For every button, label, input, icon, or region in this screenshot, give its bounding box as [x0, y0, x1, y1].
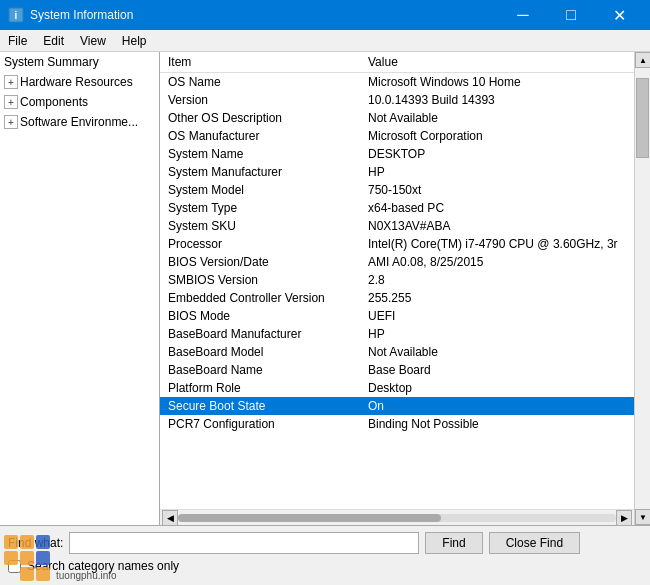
- table-row[interactable]: ProcessorIntel(R) Core(TM) i7-4790 CPU @…: [160, 235, 634, 253]
- cell-item: BaseBoard Model: [160, 343, 360, 361]
- table-row[interactable]: Other OS DescriptionNot Available: [160, 109, 634, 127]
- cell-value: Not Available: [360, 343, 634, 361]
- menu-bar: File Edit View Help: [0, 30, 650, 52]
- close-find-button[interactable]: Close Find: [489, 532, 580, 554]
- maximize-button[interactable]: □: [548, 0, 594, 30]
- scroll-up-btn[interactable]: ▲: [635, 52, 650, 68]
- table-row[interactable]: PCR7 ConfigurationBinding Not Possible: [160, 415, 634, 433]
- cell-item: OS Name: [160, 73, 360, 92]
- cell-item: PCR7 Configuration: [160, 415, 360, 433]
- find-input[interactable]: [69, 532, 419, 554]
- watermark-logo-squares: [0, 531, 54, 585]
- svg-text:i: i: [15, 10, 18, 21]
- table-row[interactable]: System Model750-150xt: [160, 181, 634, 199]
- cell-value: Base Board: [360, 361, 634, 379]
- menu-view[interactable]: View: [72, 30, 114, 51]
- cell-value: Microsoft Corporation: [360, 127, 634, 145]
- cell-item: Processor: [160, 235, 360, 253]
- cell-value: DESKTOP: [360, 145, 634, 163]
- sidebar-item-software-environment[interactable]: + Software Environme...: [0, 112, 159, 132]
- table-row[interactable]: System SKUN0X13AV#ABA: [160, 217, 634, 235]
- scroll-down-btn[interactable]: ▼: [635, 509, 650, 525]
- sidebar-item-hardware-resources[interactable]: + Hardware Resources: [0, 72, 159, 92]
- cell-value: On: [360, 397, 634, 415]
- cell-item: BaseBoard Manufacturer: [160, 325, 360, 343]
- v-scroll-track[interactable]: [635, 68, 650, 509]
- scroll-right-btn[interactable]: ▶: [616, 510, 632, 526]
- tree-label: Software Environme...: [20, 115, 138, 129]
- cell-value: 2.8: [360, 271, 634, 289]
- table-row[interactable]: System Typex64-based PC: [160, 199, 634, 217]
- menu-file[interactable]: File: [0, 30, 35, 51]
- cell-value: Microsoft Windows 10 Home: [360, 73, 634, 92]
- window-title: System Information: [30, 8, 500, 22]
- table-row[interactable]: System NameDESKTOP: [160, 145, 634, 163]
- horizontal-scrollbar[interactable]: ◀ ▶: [160, 509, 634, 525]
- cell-item: BaseBoard Name: [160, 361, 360, 379]
- table-row[interactable]: Secure Boot StateOn: [160, 397, 634, 415]
- table-row[interactable]: Embedded Controller Version255.255: [160, 289, 634, 307]
- cell-value: HP: [360, 163, 634, 181]
- cell-item: Embedded Controller Version: [160, 289, 360, 307]
- window-icon: i: [8, 7, 24, 23]
- tree-label: System Summary: [4, 55, 99, 69]
- col-value: Value: [360, 52, 634, 73]
- table-row[interactable]: BaseBoard NameBase Board: [160, 361, 634, 379]
- watermark: tuongphu.info: [0, 531, 117, 585]
- cell-item: System SKU: [160, 217, 360, 235]
- table-row[interactable]: BIOS ModeUEFI: [160, 307, 634, 325]
- cell-item: Other OS Description: [160, 109, 360, 127]
- table-row[interactable]: Platform RoleDesktop: [160, 379, 634, 397]
- cell-value: Intel(R) Core(TM) i7-4790 CPU @ 3.60GHz,…: [360, 235, 634, 253]
- table-row[interactable]: BIOS Version/DateAMI A0.08, 8/25/2015: [160, 253, 634, 271]
- table-row[interactable]: OS ManufacturerMicrosoft Corporation: [160, 127, 634, 145]
- table-row[interactable]: System ManufacturerHP: [160, 163, 634, 181]
- cell-value: N0X13AV#ABA: [360, 217, 634, 235]
- sidebar-item-system-summary[interactable]: System Summary: [0, 52, 159, 72]
- minimize-button[interactable]: ─: [500, 0, 546, 30]
- table-row[interactable]: OS NameMicrosoft Windows 10 Home: [160, 73, 634, 92]
- v-scroll-thumb: [636, 78, 649, 158]
- cell-value: Desktop: [360, 379, 634, 397]
- menu-edit[interactable]: Edit: [35, 30, 72, 51]
- cell-item: OS Manufacturer: [160, 127, 360, 145]
- table-row[interactable]: Version10.0.14393 Build 14393: [160, 91, 634, 109]
- table-row[interactable]: BaseBoard ModelNot Available: [160, 343, 634, 361]
- cell-value: Not Available: [360, 109, 634, 127]
- cell-item: Secure Boot State: [160, 397, 360, 415]
- info-table: Item Value OS NameMicrosoft Windows 10 H…: [160, 52, 634, 433]
- menu-help[interactable]: Help: [114, 30, 155, 51]
- h-scroll-track[interactable]: [178, 514, 616, 522]
- tree-label: Components: [20, 95, 88, 109]
- find-button[interactable]: Find: [425, 532, 482, 554]
- sidebar-item-components[interactable]: + Components: [0, 92, 159, 112]
- cell-value: AMI A0.08, 8/25/2015: [360, 253, 634, 271]
- table-row[interactable]: BaseBoard ManufacturerHP: [160, 325, 634, 343]
- tree-label: Hardware Resources: [20, 75, 133, 89]
- cell-value: 10.0.14393 Build 14393: [360, 91, 634, 109]
- cell-item: BIOS Mode: [160, 307, 360, 325]
- cell-item: System Manufacturer: [160, 163, 360, 181]
- close-button[interactable]: ✕: [596, 0, 642, 30]
- data-table[interactable]: Item Value OS NameMicrosoft Windows 10 H…: [160, 52, 634, 509]
- main-content: System Summary + Hardware Resources + Co…: [0, 52, 650, 525]
- window-controls: ─ □ ✕: [500, 0, 642, 30]
- cell-value: HP: [360, 325, 634, 343]
- expand-icon: +: [4, 95, 18, 109]
- scroll-left-btn[interactable]: ◀: [162, 510, 178, 526]
- tree-panel[interactable]: System Summary + Hardware Resources + Co…: [0, 52, 160, 525]
- cell-item: System Model: [160, 181, 360, 199]
- cell-item: System Type: [160, 199, 360, 217]
- cell-item: BIOS Version/Date: [160, 253, 360, 271]
- cell-value: x64-based PC: [360, 199, 634, 217]
- watermark-text: tuongphu.info: [54, 570, 117, 585]
- cell-item: Version: [160, 91, 360, 109]
- vertical-scrollbar[interactable]: ▲ ▼: [634, 52, 650, 525]
- data-panel: Item Value OS NameMicrosoft Windows 10 H…: [160, 52, 634, 525]
- table-row[interactable]: SMBIOS Version2.8: [160, 271, 634, 289]
- cell-value: UEFI: [360, 307, 634, 325]
- cell-item: Platform Role: [160, 379, 360, 397]
- cell-item: System Name: [160, 145, 360, 163]
- cell-item: SMBIOS Version: [160, 271, 360, 289]
- title-bar: i System Information ─ □ ✕: [0, 0, 650, 30]
